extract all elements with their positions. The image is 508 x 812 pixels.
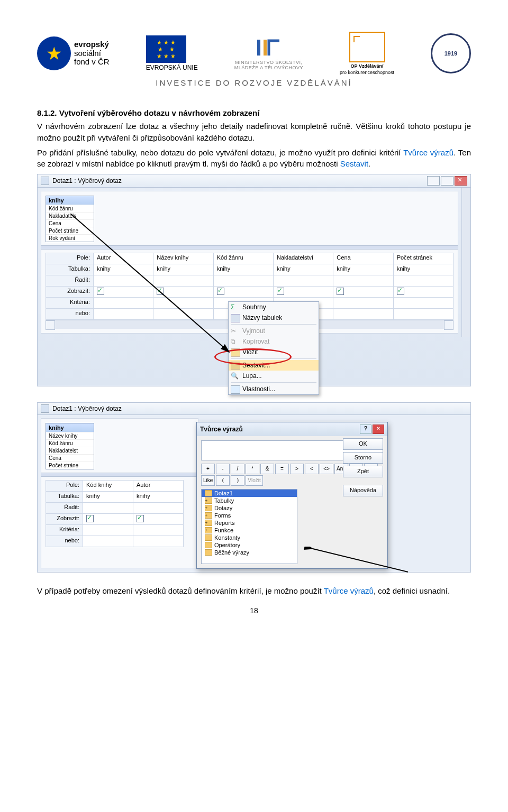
splitter-2[interactable] bbox=[41, 473, 198, 477]
checkbox-icon[interactable] bbox=[137, 515, 144, 522]
qbe-cell[interactable]: Počet stránek bbox=[394, 253, 453, 264]
qbe-cell[interactable] bbox=[133, 503, 184, 514]
maximize-button[interactable] bbox=[441, 176, 453, 186]
menu-sestavit[interactable]: Sestavit... bbox=[229, 360, 319, 371]
qbe-cell[interactable] bbox=[333, 309, 393, 320]
op-button[interactable]: * bbox=[246, 464, 259, 474]
op-button[interactable]: / bbox=[231, 464, 244, 474]
qbe-cell[interactable]: Kód žánru bbox=[214, 253, 274, 264]
tree-item[interactable]: Reports bbox=[202, 519, 297, 527]
qbe-cell[interactable] bbox=[394, 309, 453, 320]
op-button[interactable]: + bbox=[201, 464, 215, 474]
scroll-right-icon[interactable] bbox=[444, 320, 453, 330]
qbe-cell-show[interactable] bbox=[394, 287, 453, 298]
qbe-cell[interactable] bbox=[83, 536, 133, 547]
table-fieldlist-2[interactable]: knihy Název knihy Kód žánru Nakladatelst… bbox=[46, 423, 94, 469]
qbe-cell[interactable]: knihy bbox=[133, 492, 184, 503]
scroll-left-icon[interactable] bbox=[46, 320, 55, 330]
splitter[interactable] bbox=[41, 245, 458, 250]
ok-button[interactable]: OK bbox=[343, 438, 383, 450]
qbe-cell[interactable] bbox=[394, 298, 453, 309]
tree-item[interactable]: Operátory bbox=[202, 541, 297, 549]
tree-item[interactable]: Dotazy bbox=[202, 504, 297, 512]
checkbox-icon[interactable] bbox=[157, 288, 164, 295]
qbe-cell[interactable]: knihy bbox=[274, 264, 333, 275]
op-button[interactable]: < bbox=[305, 464, 319, 474]
field-item[interactable]: Počet stráne bbox=[46, 227, 94, 234]
qbe-cell[interactable]: knihy bbox=[394, 264, 453, 275]
qbe-cell[interactable]: knihy bbox=[153, 264, 213, 275]
qbe-cell-show[interactable] bbox=[333, 287, 393, 298]
qbe-cell[interactable] bbox=[94, 298, 153, 309]
qbe-cell[interactable] bbox=[153, 309, 213, 320]
tree-item[interactable]: Konstanty bbox=[202, 534, 297, 541]
storno-button[interactable]: Storno bbox=[343, 452, 383, 464]
qbe-cell[interactable] bbox=[83, 525, 133, 536]
qbe-cell-show[interactable] bbox=[94, 287, 153, 298]
table-fieldlist[interactable]: knihy Kód žánru Nakladatels Cena Počet s… bbox=[46, 196, 94, 242]
qbe-cell[interactable] bbox=[133, 536, 184, 547]
field-item[interactable]: Rok vydání bbox=[46, 234, 94, 242]
checkbox-icon[interactable] bbox=[337, 288, 344, 295]
qbe-cell-show[interactable] bbox=[83, 514, 133, 525]
tree-item[interactable]: Funkce bbox=[202, 527, 297, 534]
qbe-cell[interactable]: knihy bbox=[214, 264, 274, 275]
tree-item[interactable]: Forms bbox=[202, 512, 297, 519]
v-scrollbar[interactable] bbox=[461, 188, 470, 337]
vlozit-op-button[interactable]: Vložit bbox=[246, 475, 262, 486]
checkbox-icon[interactable] bbox=[97, 288, 104, 295]
qbe-cell[interactable]: Kód knihy bbox=[83, 481, 133, 492]
qbe-cell[interactable]: knihy bbox=[83, 492, 133, 503]
checkbox-icon[interactable] bbox=[217, 288, 224, 295]
qbe-cell[interactable] bbox=[214, 275, 274, 287]
checkbox-icon[interactable] bbox=[397, 288, 404, 295]
op-button[interactable]: ( bbox=[216, 475, 230, 486]
field-item[interactable]: Počet stráne bbox=[46, 462, 94, 469]
op-button[interactable]: = bbox=[275, 464, 289, 474]
qbe-cell[interactable] bbox=[94, 309, 153, 320]
zpet-button[interactable]: Zpět bbox=[343, 466, 383, 477]
field-item[interactable]: Cena bbox=[46, 454, 94, 462]
qbe-cell[interactable]: knihy bbox=[333, 264, 393, 275]
qbe-cell[interactable] bbox=[333, 275, 393, 287]
qbe-cell[interactable] bbox=[274, 275, 333, 287]
qbe-cell[interactable] bbox=[94, 275, 153, 287]
qbe-cell[interactable]: knihy bbox=[94, 264, 153, 275]
qbe-cell-show[interactable] bbox=[214, 287, 274, 298]
qbe-cell[interactable] bbox=[394, 275, 453, 287]
qbe-cell[interactable] bbox=[83, 503, 133, 514]
op-button[interactable]: <> bbox=[320, 464, 333, 474]
dialog-help-button[interactable]: ? bbox=[360, 425, 371, 434]
op-button[interactable]: & bbox=[260, 464, 274, 474]
qbe-cell[interactable]: Cena bbox=[333, 253, 393, 264]
field-item[interactable]: Kód žánru bbox=[46, 205, 94, 212]
qbe-cell[interactable] bbox=[133, 525, 184, 536]
menu-vlozit[interactable]: Vložit bbox=[229, 347, 319, 357]
field-item[interactable]: Nakladatelst bbox=[46, 447, 94, 454]
field-item[interactable]: Název knihy bbox=[46, 432, 94, 439]
checkbox-icon[interactable] bbox=[86, 515, 94, 522]
op-button[interactable]: - bbox=[216, 464, 230, 474]
op-button[interactable]: Like bbox=[201, 475, 215, 486]
qbe-cell-show[interactable] bbox=[133, 514, 184, 525]
qbe-cell-show[interactable] bbox=[153, 287, 213, 298]
menu-nazvy-tabulek[interactable]: Názvy tabulek bbox=[229, 312, 319, 323]
qbe-cell[interactable]: Autor bbox=[94, 253, 153, 264]
qbe-cell[interactable]: Název knihy bbox=[153, 253, 213, 264]
qbe-cell[interactable]: Nakladatelství bbox=[274, 253, 333, 264]
close-button[interactable] bbox=[455, 176, 467, 186]
op-button[interactable]: ) bbox=[231, 475, 244, 486]
menu-vlastnosti[interactable]: Vlastnosti... bbox=[229, 384, 319, 394]
tree-item[interactable]: Tabulky bbox=[202, 497, 297, 504]
field-item[interactable]: Cena bbox=[46, 219, 94, 227]
menu-lupa[interactable]: 🔍Lupa... bbox=[229, 371, 319, 381]
qbe-cell[interactable] bbox=[153, 275, 213, 287]
qbe-cell-show[interactable] bbox=[274, 287, 333, 298]
op-button[interactable]: > bbox=[290, 464, 304, 474]
category-tree[interactable]: Dotaz1 Tabulky Dotazy Forms Reports Funk… bbox=[201, 489, 297, 564]
minimize-button[interactable] bbox=[427, 176, 440, 186]
napoveda-button[interactable]: Nápověda bbox=[343, 485, 383, 496]
dialog-close-button[interactable]: × bbox=[373, 425, 384, 434]
qbe-cell[interactable] bbox=[153, 298, 213, 309]
tree-item-selected[interactable]: Dotaz1 bbox=[202, 490, 297, 497]
